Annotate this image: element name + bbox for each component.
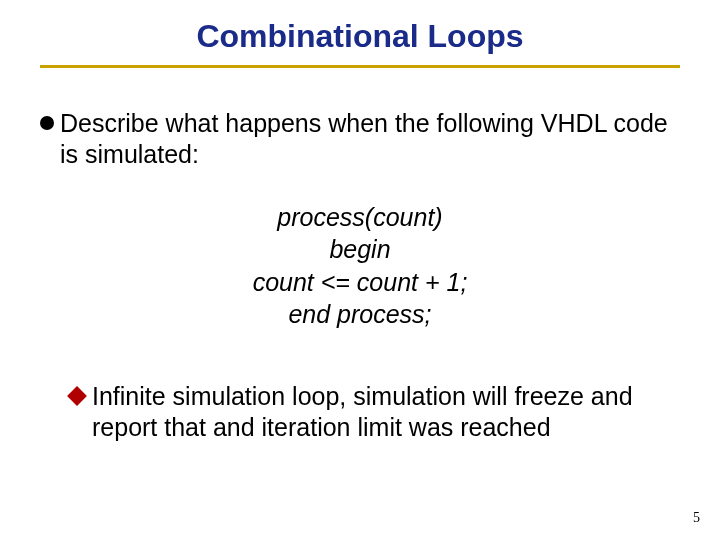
code-line-3: count <= count + 1; [40,266,680,299]
code-line-4: end process; [40,298,680,331]
title-underline [40,65,680,68]
code-line-1: process(count) [40,201,680,234]
code-line-2: begin [40,233,680,266]
code-block: process(count) begin count <= count + 1;… [40,201,680,331]
circle-bullet-icon [40,116,54,130]
sub-bullet-text-1: Infinite simulation loop, simulation wil… [92,381,680,444]
slide-container: Combinational Loops Describe what happen… [0,0,720,540]
bullet-item-1: Describe what happens when the following… [40,108,680,171]
diamond-bullet-icon [67,386,87,406]
sub-bullet-item-1: Infinite simulation loop, simulation wil… [70,381,680,444]
bullet-text-1: Describe what happens when the following… [60,108,680,171]
slide-title: Combinational Loops [40,18,680,65]
page-number: 5 [693,510,700,526]
